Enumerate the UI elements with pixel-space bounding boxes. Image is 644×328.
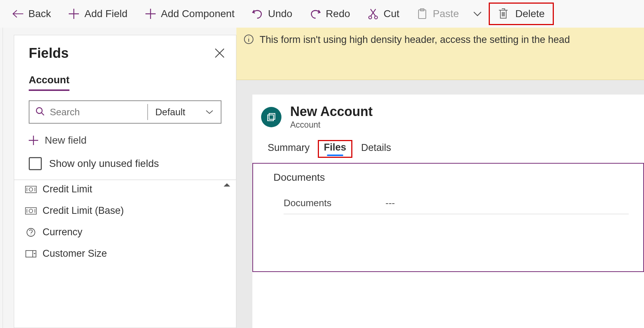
plus-icon xyxy=(145,8,156,19)
paste-button: Paste xyxy=(408,0,468,28)
delete-button[interactable]: Delete xyxy=(493,4,549,24)
svg-point-0 xyxy=(369,16,372,19)
left-rail xyxy=(0,28,3,328)
show-unused-row[interactable]: Show only unused fields xyxy=(29,157,221,170)
form-tabs: Summary Files Details xyxy=(252,140,644,158)
paste-more-button[interactable] xyxy=(468,0,487,28)
show-unused-label: Show only unused fields xyxy=(49,158,159,169)
svg-point-8 xyxy=(29,209,33,213)
scissors-icon xyxy=(368,8,379,19)
info-banner: This form isn't using high density heade… xyxy=(236,28,644,80)
documents-value: --- xyxy=(385,197,395,209)
undo-button[interactable]: Undo xyxy=(243,0,301,28)
filter-selected: Default xyxy=(155,107,185,118)
show-unused-checkbox[interactable] xyxy=(29,157,42,170)
entity-tab-account[interactable]: Account xyxy=(29,74,69,91)
field-label: Credit Limit (Base) xyxy=(43,205,124,216)
cut-button[interactable]: Cut xyxy=(359,0,408,28)
field-item-credit-limit[interactable]: Credit Limit xyxy=(14,180,236,200)
tab-files[interactable]: Files xyxy=(318,140,353,158)
add-field-label: Add Field xyxy=(84,8,127,20)
search-icon xyxy=(35,107,45,117)
delete-label: Delete xyxy=(515,8,545,20)
form-card: New Account Account Summary Files Detail… xyxy=(252,95,644,328)
close-panel-button[interactable] xyxy=(214,45,225,60)
clipboard-icon xyxy=(417,8,428,19)
toolbar: Back Add Field Add Component Undo Redo C… xyxy=(0,0,644,28)
info-icon xyxy=(244,34,254,47)
add-component-button[interactable]: Add Component xyxy=(136,0,243,28)
form-subtitle: Account xyxy=(290,120,373,130)
redo-button[interactable]: Redo xyxy=(301,0,359,28)
redo-label: Redo xyxy=(326,8,350,20)
documents-section[interactable]: Documents Documents --- xyxy=(252,163,644,272)
undo-label: Undo xyxy=(268,8,292,20)
form-canvas: This form isn't using high density heade… xyxy=(236,28,644,328)
help-icon xyxy=(25,228,37,236)
arrow-left-icon xyxy=(12,8,23,19)
field-item-credit-limit-base[interactable]: Credit Limit (Base) xyxy=(14,200,236,221)
optionset-icon xyxy=(25,250,37,258)
form-title: New Account xyxy=(290,104,373,119)
currency-field-icon xyxy=(25,185,37,193)
search-row: Default xyxy=(29,100,221,124)
svg-point-6 xyxy=(29,188,33,191)
search-input[interactable] xyxy=(50,107,141,118)
back-button[interactable]: Back xyxy=(4,0,60,28)
field-label: Credit Limit xyxy=(43,184,92,195)
add-component-label: Add Component xyxy=(161,8,235,20)
section-title: Documents xyxy=(273,172,629,183)
add-field-button[interactable]: Add Field xyxy=(60,0,136,28)
documents-row[interactable]: Documents --- xyxy=(284,192,629,214)
redo-icon xyxy=(310,8,321,19)
tab-summary[interactable]: Summary xyxy=(261,140,316,158)
fields-panel-title: Fields xyxy=(29,45,69,61)
cut-label: Cut xyxy=(384,8,400,20)
new-field-label: New field xyxy=(45,135,87,146)
field-label: Customer Size xyxy=(43,248,107,259)
delete-highlight: Delete xyxy=(489,3,554,25)
plus-icon xyxy=(68,8,79,19)
svg-point-4 xyxy=(36,108,42,113)
chevron-down-icon xyxy=(472,8,483,19)
undo-icon xyxy=(252,8,263,19)
field-list: Credit Limit Credit Limit (Base) Currenc… xyxy=(14,180,236,328)
currency-field-icon xyxy=(25,207,37,215)
field-item-customer-size[interactable]: Customer Size xyxy=(14,243,236,264)
svg-point-1 xyxy=(375,16,377,19)
filter-dropdown[interactable]: Default xyxy=(148,101,221,123)
paste-label: Paste xyxy=(433,8,459,20)
field-item-currency[interactable]: Currency xyxy=(14,221,236,243)
fields-panel: Fields Account Default New field xyxy=(14,35,236,328)
svg-rect-12 xyxy=(268,115,273,121)
trash-icon xyxy=(498,8,509,19)
svg-rect-13 xyxy=(269,113,275,119)
back-label: Back xyxy=(28,8,51,20)
tab-details[interactable]: Details xyxy=(355,140,398,158)
entity-avatar-icon xyxy=(261,107,281,127)
new-field-button[interactable]: New field xyxy=(29,135,221,146)
info-text: This form isn't using high density heade… xyxy=(260,34,570,45)
documents-label: Documents xyxy=(284,197,385,209)
field-label: Currency xyxy=(43,227,83,238)
